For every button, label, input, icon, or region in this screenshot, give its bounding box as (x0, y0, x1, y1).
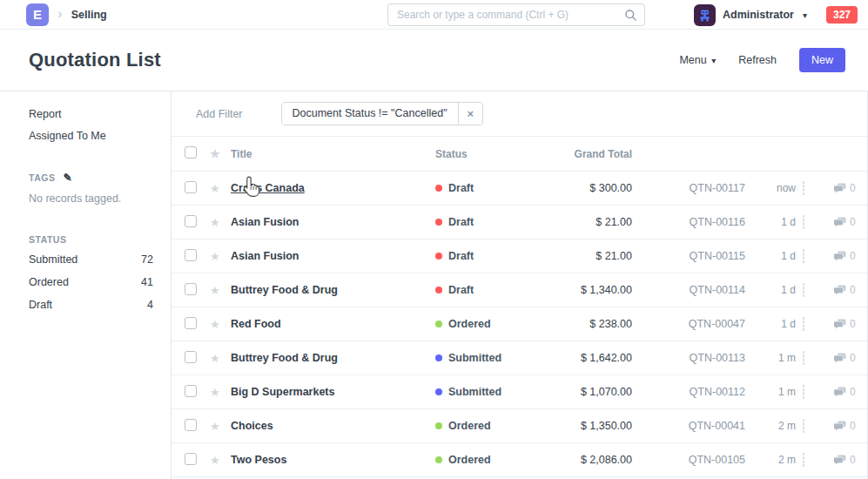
quotation-id[interactable]: QTN-00041 (636, 420, 757, 432)
star-icon[interactable]: ★ (210, 250, 220, 263)
comment-icon (834, 217, 846, 227)
status-dot (435, 388, 442, 395)
tags-empty-text: No records tagged. (29, 192, 153, 205)
notification-badge[interactable]: 327 (826, 6, 858, 24)
refresh-button[interactable]: Refresh (738, 54, 777, 66)
assign-placeholder[interactable] (803, 215, 804, 229)
assign-placeholder[interactable] (803, 317, 804, 331)
modified-time: now (757, 182, 803, 194)
comment-count: 0 (850, 420, 856, 432)
comment-count-cell[interactable]: 0 (834, 318, 867, 330)
assign-placeholder[interactable] (803, 283, 804, 297)
breadcrumb-selling[interactable]: Selling (71, 9, 107, 21)
search-icon[interactable] (624, 9, 637, 22)
status-label: Ordered (448, 454, 491, 466)
row-checkbox[interactable] (185, 385, 197, 397)
modified-time: 2 m (757, 420, 803, 432)
quotation-title-link[interactable]: Red Food (231, 318, 281, 330)
column-header-grand-total[interactable]: Grand Total (548, 148, 636, 160)
select-all-checkbox[interactable] (185, 146, 197, 159)
search-input[interactable] (388, 9, 624, 21)
page-header: Quotation List Menu ▾ Refresh New (0, 30, 868, 91)
status-dot (435, 185, 442, 192)
comment-count-cell[interactable]: 0 (834, 352, 867, 364)
star-icon[interactable]: ★ (210, 420, 220, 433)
add-filter-button[interactable]: Add Filter (196, 108, 243, 120)
quotation-title-link[interactable]: Crafts Canada (231, 182, 305, 194)
comment-count-cell[interactable]: 0 (834, 284, 867, 296)
quotation-id[interactable]: QTN-00115 (636, 250, 757, 262)
grand-total-cell: $ 21.00 (548, 250, 636, 262)
quotation-title-link[interactable]: Buttrey Food & Drug (231, 284, 338, 296)
quotation-id[interactable]: QTN-00113 (636, 352, 757, 364)
filter-chip-label[interactable]: Document Status != "Cancelled" (282, 103, 459, 125)
assign-placeholder[interactable] (803, 385, 804, 399)
app-logo[interactable]: E (26, 3, 49, 26)
grand-total-cell: $ 2,086.00 (548, 454, 636, 466)
comment-count-cell[interactable]: 0 (834, 250, 867, 262)
user-menu[interactable]: Administrator (723, 9, 794, 21)
quotation-row: ★ Buttrey Food & Drug Draft $ 1,340.00 Q… (172, 273, 867, 307)
assign-placeholder[interactable] (803, 453, 804, 467)
comment-count-cell[interactable]: 0 (834, 420, 867, 432)
sidebar-item-assigned-to-me[interactable]: Assigned To Me (29, 130, 153, 142)
status-filter-submitted[interactable]: Submitted 72 (29, 253, 153, 266)
quotation-row: ★ Choices Ordered $ 1,350.00 QTN-00041 2… (172, 409, 867, 443)
row-checkbox[interactable] (185, 419, 197, 431)
star-icon[interactable]: ★ (210, 386, 220, 399)
status-filter-draft[interactable]: Draft 4 (29, 299, 153, 311)
quotation-id[interactable]: QTN-00112 (636, 386, 757, 398)
user-avatar[interactable] (694, 4, 716, 26)
row-checkbox[interactable] (185, 283, 197, 295)
modified-time: 1 m (757, 352, 803, 364)
star-icon[interactable]: ★ (210, 182, 220, 195)
comment-count-cell[interactable]: 0 (834, 386, 867, 398)
star-icon[interactable]: ★ (210, 216, 220, 229)
comment-count-cell[interactable]: 0 (834, 182, 867, 194)
column-header-status[interactable]: Status (435, 148, 548, 160)
row-checkbox[interactable] (185, 453, 197, 465)
comment-count-cell[interactable]: 0 (834, 216, 867, 228)
sidebar-item-report[interactable]: Report (29, 108, 153, 120)
star-icon[interactable]: ★ (210, 284, 220, 297)
column-header-title[interactable]: Title (231, 148, 435, 160)
quotation-title-link[interactable]: Buttrey Food & Drug (231, 352, 338, 364)
quotation-id[interactable]: QTN-00114 (636, 284, 757, 296)
assign-placeholder[interactable] (803, 181, 804, 195)
modified-time: 1 d (757, 250, 803, 262)
comment-count-cell[interactable]: 0 (834, 454, 867, 466)
star-header-icon[interactable]: ★ (210, 147, 220, 160)
quotation-id[interactable]: QTN-00116 (636, 216, 757, 228)
star-icon[interactable]: ★ (210, 454, 220, 467)
star-icon[interactable]: ★ (210, 318, 220, 331)
comment-icon (834, 183, 846, 193)
comment-count: 0 (850, 352, 856, 364)
edit-tags-icon[interactable]: ✎ (64, 172, 73, 184)
remove-filter-close-icon[interactable]: × (459, 103, 483, 125)
status-cell: Ordered (435, 454, 548, 466)
assign-placeholder[interactable] (803, 249, 804, 263)
star-icon[interactable]: ★ (210, 352, 220, 365)
comment-icon (834, 285, 846, 295)
comment-icon (834, 421, 846, 431)
row-checkbox[interactable] (185, 249, 197, 261)
quotation-title-link[interactable]: Asian Fusion (231, 216, 299, 228)
quotation-id[interactable]: QTN-00117 (636, 182, 757, 194)
menu-button[interactable]: Menu ▾ (679, 54, 716, 66)
status-filter-ordered[interactable]: Ordered 41 (29, 276, 153, 288)
quotation-title-link[interactable]: Choices (231, 420, 273, 432)
row-checkbox[interactable] (185, 317, 197, 329)
quotation-title-link[interactable]: Asian Fusion (231, 250, 299, 262)
global-search[interactable] (387, 3, 645, 26)
row-checkbox[interactable] (185, 215, 197, 227)
quotation-title-link[interactable]: Big D Supermarkets (231, 386, 334, 398)
row-checkbox[interactable] (185, 181, 197, 193)
row-checkbox[interactable] (185, 351, 197, 363)
new-button[interactable]: New (799, 48, 845, 72)
list-area: Add Filter Document Status != "Cancelled… (171, 91, 868, 479)
quotation-id[interactable]: QTN-00105 (636, 454, 757, 466)
assign-placeholder[interactable] (803, 419, 804, 433)
assign-placeholder[interactable] (803, 351, 804, 365)
quotation-title-link[interactable]: Two Pesos (231, 454, 286, 466)
quotation-id[interactable]: QTN-00047 (636, 318, 757, 330)
